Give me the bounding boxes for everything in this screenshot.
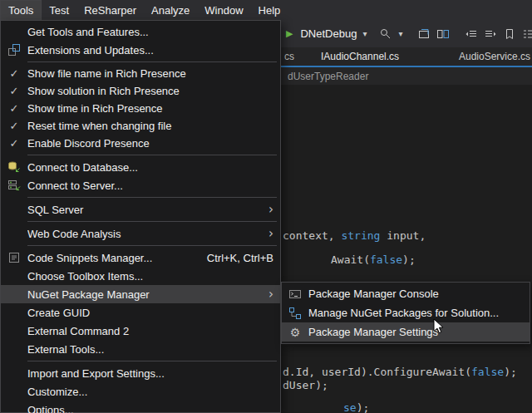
code-text: ); (357, 401, 370, 413)
code-keyword: false (370, 253, 402, 266)
code-text: ); (402, 253, 416, 266)
submenu-arrow-icon: › (262, 228, 273, 240)
menu-item-label: External Tools... (27, 343, 273, 356)
menu-item-label: SQL Server (27, 204, 262, 216)
check-glyph: ✓ (10, 137, 19, 150)
tab-iaudiochannel[interactable]: IAudioChannel.cs (314, 51, 406, 62)
code-text: Await( (331, 253, 370, 266)
navigate-forward-list-icon[interactable] (484, 27, 497, 41)
check-glyph: ✓ (10, 85, 19, 97)
menu-item-reset-time[interactable]: ✓ Reset time when changing file (1, 117, 280, 135)
menu-item-external-command-2[interactable]: External Command 2 (1, 322, 280, 340)
code-text: dUser); (283, 379, 328, 391)
menu-item-nuget-package-manager[interactable]: NuGet Package Manager › (1, 285, 280, 303)
menu-bar: Tools Test ReSharper Analyze Window Help (0, 0, 532, 20)
gear-icon: ⚙ (282, 326, 308, 339)
menu-item-label: External Command 2 (27, 325, 273, 337)
menu-item-connect-to-database[interactable]: Connect to Database... (1, 158, 280, 176)
check-glyph: ✓ (10, 120, 19, 132)
menu-separator (27, 61, 277, 62)
menu-item-code-snippets-manager[interactable]: Code Snippets Manager... Ctrl+K, Ctrl+B (1, 248, 280, 267)
menu-item-options[interactable]: Options... (1, 401, 280, 413)
menu-item-show-time[interactable]: ✓ Show time in Rich Presence (1, 100, 280, 117)
menu-item-sql-server[interactable]: SQL Server › (1, 200, 280, 219)
menu-item-choose-toolbox-items[interactable]: Choose Toolbox Items... (1, 267, 280, 285)
menubar-item-help[interactable]: Help (251, 0, 288, 20)
menubar-item-tools[interactable]: Tools (0, 0, 42, 20)
menubar-label: Tools (8, 4, 33, 17)
menubar-item-test[interactable]: Test (42, 0, 76, 20)
menubar-label: Analyze (151, 4, 190, 17)
menu-item-label: Get Tools and Features... (27, 26, 273, 38)
nuget-submenu: Package Manager Console Manage NuGet Pac… (281, 282, 530, 344)
new-window-icon[interactable] (417, 27, 431, 41)
menu-separator (27, 245, 277, 246)
code-text: input, (380, 229, 426, 242)
code-line: d.Id, userId).ConfigureAwait(false); (283, 366, 517, 378)
breadcrumb-text: dUserTypeReader (288, 71, 368, 82)
menu-item-enable-discord-presence[interactable]: ✓ Enable Discord Presence (1, 135, 280, 152)
check-icon: ✓ (1, 137, 27, 150)
code-keyword: false (471, 366, 504, 378)
menu-separator (27, 221, 277, 222)
menu-item-create-guid[interactable]: Create GUID (1, 303, 280, 322)
code-line: Await(false); (331, 253, 416, 266)
tab-partial[interactable]: cs (281, 51, 301, 62)
submenu-item-manage-nuget-packages[interactable]: Manage NuGet Packages for Solution... (282, 303, 530, 322)
split-columns-icon[interactable] (436, 27, 450, 41)
bookmark-icon[interactable] (503, 27, 516, 41)
menu-item-web-code-analysis[interactable]: Web Code Analysis › (1, 224, 280, 243)
menu-separator (27, 155, 277, 155)
menu-item-extensions-and-updates[interactable]: Extensions and Updates... (1, 41, 280, 59)
search-icon[interactable] (379, 27, 392, 41)
submenu-item-package-manager-console[interactable]: Package Manager Console (282, 284, 530, 303)
navigate-back-list-icon[interactable] (465, 27, 478, 41)
menubar-label: Help (259, 4, 281, 17)
gear-glyph: ⚙ (290, 326, 301, 339)
menu-separator (27, 197, 277, 198)
menu-item-label: NuGet Package Manager (27, 288, 262, 301)
code-snippets-icon (1, 251, 27, 264)
menubar-item-window[interactable]: Window (197, 0, 250, 20)
menubar-label: ReSharper (84, 4, 136, 17)
menu-item-label: Connect to Database... (27, 161, 273, 174)
debug-target-dropdown-icon[interactable]: ▾ (362, 29, 367, 38)
code-text: context, (283, 229, 341, 242)
menu-item-label: Reset time when changing file (27, 120, 273, 132)
menu-item-label: Options... (27, 404, 273, 413)
breadcrumb[interactable]: dUserTypeReader (281, 67, 532, 85)
search-dropdown-icon[interactable]: ▾ (398, 29, 402, 38)
debug-target-label[interactable]: DNetDebug (300, 27, 357, 40)
menu-item-label: Show solution in Rich Presence (27, 85, 273, 97)
submenu-item-label: Package Manager Settings (308, 326, 523, 338)
connect-database-icon (1, 160, 27, 174)
menu-item-label: Import and Export Settings... (27, 367, 273, 380)
code-editor[interactable]: context, string input, Await(false); d.I… (281, 85, 532, 413)
menubar-label: Window (204, 4, 243, 17)
submenu-item-package-manager-settings[interactable]: ⚙ Package Manager Settings (282, 322, 530, 342)
menubar-label: Test (49, 4, 69, 17)
mouse-cursor (433, 318, 445, 338)
check-glyph: ✓ (10, 67, 19, 80)
connect-server-icon (1, 179, 27, 192)
menu-item-label: Extensions and Updates... (27, 44, 273, 57)
menu-item-customize[interactable]: Customize... (1, 382, 280, 401)
menu-item-show-solution[interactable]: ✓ Show solution in Rich Presence (1, 82, 280, 100)
standard-toolbar: ▶ DNetDebug ▾ ▾ (281, 20, 532, 47)
menu-item-import-export-settings[interactable]: Import and Export Settings... (1, 364, 280, 382)
check-glyph: ✓ (10, 102, 19, 115)
outline-list-icon[interactable] (522, 27, 532, 41)
menu-separator (27, 361, 277, 361)
submenu-arrow-icon: › (262, 288, 273, 301)
menu-item-connect-to-server[interactable]: Connect to Server... (1, 176, 280, 194)
menu-item-show-file-name[interactable]: ✓ Show file name in Rich Presence (1, 65, 280, 82)
menubar-item-resharper[interactable]: ReSharper (76, 0, 144, 20)
start-debug-icon[interactable]: ▶ (286, 28, 293, 39)
code-line: context, string input, (283, 229, 426, 242)
vs-window: Tools Test ReSharper Analyze Window Help… (0, 0, 532, 413)
tools-menu: Get Tools and Features... Extensions and… (0, 20, 281, 413)
menu-item-get-tools-and-features[interactable]: Get Tools and Features... (1, 22, 280, 41)
menubar-item-analyze[interactable]: Analyze (144, 0, 197, 20)
tab-audioservice[interactable]: AudioService.cs (452, 51, 532, 62)
menu-item-external-tools[interactable]: External Tools... (1, 340, 280, 358)
